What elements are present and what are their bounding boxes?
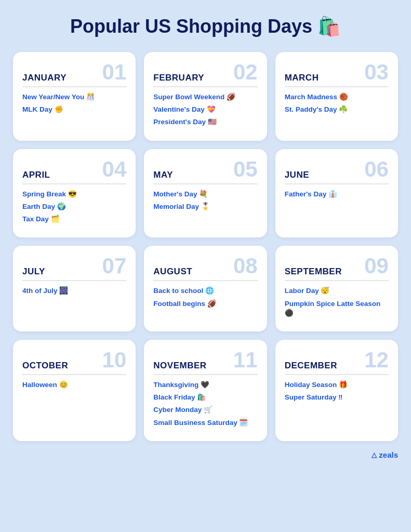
event-item: Father's Day 👔	[285, 190, 389, 199]
month-card-november: NOVEMBER11Thanksgiving 🖤Black Friday 🛍️C…	[144, 340, 267, 441]
month-number: 02	[233, 61, 258, 83]
events-list: Labor Day 😴Pumpkin Spice Latte Season ⚫	[285, 286, 389, 318]
month-name: JULY	[22, 267, 45, 277]
event-item: Memorial Day 🎖️	[153, 202, 257, 211]
month-card-april: APRIL04Spring Break 😎Earth Day 🌍Tax Day …	[13, 149, 136, 238]
events-list: Father's Day 👔	[285, 190, 389, 199]
event-item: Back to school 🌐	[153, 286, 257, 296]
event-item: New Year/New You 🎊	[22, 92, 126, 102]
event-item: Halloween 😊	[22, 380, 126, 390]
page-title: Popular US Shopping Days 🛍️	[13, 16, 398, 37]
month-name: APRIL	[22, 170, 50, 180]
card-header: JULY07	[22, 255, 126, 281]
month-number: 11	[233, 349, 258, 371]
month-name: FEBRUARY	[153, 73, 204, 83]
events-list: Holiday Season 🎁Super Saturday ‼️	[285, 380, 389, 402]
event-item: Black Friday 🛍️	[153, 393, 257, 402]
months-grid: JANUARY01New Year/New You 🎊MLK Day ✊FEBR…	[13, 52, 398, 441]
card-header: SEPTEMBER09	[285, 255, 389, 281]
event-item: Small Business Saturday 🗓️	[153, 418, 257, 428]
event-item: President's Day 🇺🇸	[153, 117, 257, 127]
month-name: JANUARY	[22, 73, 67, 83]
events-list: New Year/New You 🎊MLK Day ✊	[22, 92, 126, 114]
month-name: NOVEMBER	[153, 361, 206, 371]
card-header: NOVEMBER11	[153, 349, 257, 375]
event-item: Football begins 🏈	[153, 299, 257, 309]
event-item: Labor Day 😴	[285, 286, 389, 296]
event-item: Tax Day 🗂️	[22, 215, 126, 224]
month-card-june: JUNE06Father's Day 👔	[275, 149, 398, 238]
events-list: March Madness 🏀St. Paddy's Day ☘️	[285, 92, 389, 114]
month-name: SEPTEMBER	[285, 267, 342, 277]
event-item: Super Bowl Weekend 🏈	[153, 92, 257, 102]
month-number: 12	[364, 349, 389, 371]
event-item: Pumpkin Spice Latte Season ⚫	[285, 299, 389, 318]
card-header: MARCH03	[285, 61, 389, 87]
event-item: Thanksgiving 🖤	[153, 380, 257, 390]
event-item: Spring Break 😎	[22, 190, 126, 199]
card-header: APRIL04	[22, 158, 126, 184]
month-card-february: FEBRUARY02Super Bowl Weekend 🏈Valentine'…	[144, 52, 267, 141]
month-number: 01	[102, 61, 127, 83]
event-item: March Madness 🏀	[285, 92, 389, 102]
card-header: JANUARY01	[22, 61, 126, 87]
event-item: Holiday Season 🎁	[285, 380, 389, 390]
month-number: 03	[364, 61, 389, 83]
month-card-december: DECEMBER12Holiday Season 🎁Super Saturday…	[275, 340, 398, 441]
event-item: St. Paddy's Day ☘️	[285, 105, 389, 114]
card-header: DECEMBER12	[285, 349, 389, 375]
month-name: DECEMBER	[285, 361, 337, 371]
brand-footer: △ zeals	[13, 450, 398, 459]
events-list: Halloween 😊	[22, 380, 126, 390]
brand-name: zeals	[379, 450, 398, 459]
brand-icon: △	[372, 451, 377, 459]
month-number: 10	[102, 349, 127, 371]
month-number: 07	[102, 255, 127, 277]
event-item: Cyber Monday 🛒	[153, 405, 257, 415]
month-name: JUNE	[285, 170, 309, 180]
events-list: Mother's Day 💐Memorial Day 🎖️	[153, 190, 257, 211]
month-name: AUGUST	[153, 267, 192, 277]
events-list: Spring Break 😎Earth Day 🌍Tax Day 🗂️	[22, 190, 126, 224]
month-card-may: MAY05Mother's Day 💐Memorial Day 🎖️	[144, 149, 267, 238]
events-list: Back to school 🌐Football begins 🏈	[153, 286, 257, 308]
month-name: OCTOBER	[22, 361, 68, 371]
month-card-january: JANUARY01New Year/New You 🎊MLK Day ✊	[13, 52, 136, 141]
event-item: Super Saturday ‼️	[285, 393, 389, 402]
month-number: 04	[102, 158, 127, 180]
events-list: 4th of July 🎆	[22, 286, 126, 296]
month-name: MARCH	[285, 73, 319, 83]
card-header: FEBRUARY02	[153, 61, 257, 87]
event-item: Earth Day 🌍	[22, 202, 126, 211]
month-card-august: AUGUST08Back to school 🌐Football begins …	[144, 246, 267, 331]
events-list: Super Bowl Weekend 🏈Valentine's Day 💝Pre…	[153, 92, 257, 127]
event-item: Valentine's Day 💝	[153, 105, 257, 114]
title-emoji: 🛍️	[317, 16, 341, 37]
card-header: AUGUST08	[153, 255, 257, 281]
events-list: Thanksgiving 🖤Black Friday 🛍️Cyber Monda…	[153, 380, 257, 428]
card-header: MAY05	[153, 158, 257, 184]
month-name: MAY	[153, 170, 173, 180]
month-number: 05	[233, 158, 258, 180]
month-card-october: OCTOBER10Halloween 😊	[13, 340, 136, 441]
event-item: 4th of July 🎆	[22, 286, 126, 296]
card-header: JUNE06	[285, 158, 389, 184]
month-card-march: MARCH03March Madness 🏀St. Paddy's Day ☘️	[275, 52, 398, 141]
month-card-september: SEPTEMBER09Labor Day 😴Pumpkin Spice Latt…	[275, 246, 398, 331]
card-header: OCTOBER10	[22, 349, 126, 375]
month-card-july: JULY074th of July 🎆	[13, 246, 136, 331]
event-item: MLK Day ✊	[22, 105, 126, 114]
month-number: 06	[364, 158, 389, 180]
month-number: 08	[233, 255, 258, 277]
month-number: 09	[364, 255, 389, 277]
event-item: Mother's Day 💐	[153, 190, 257, 199]
title-text: Popular US Shopping Days	[70, 16, 312, 37]
